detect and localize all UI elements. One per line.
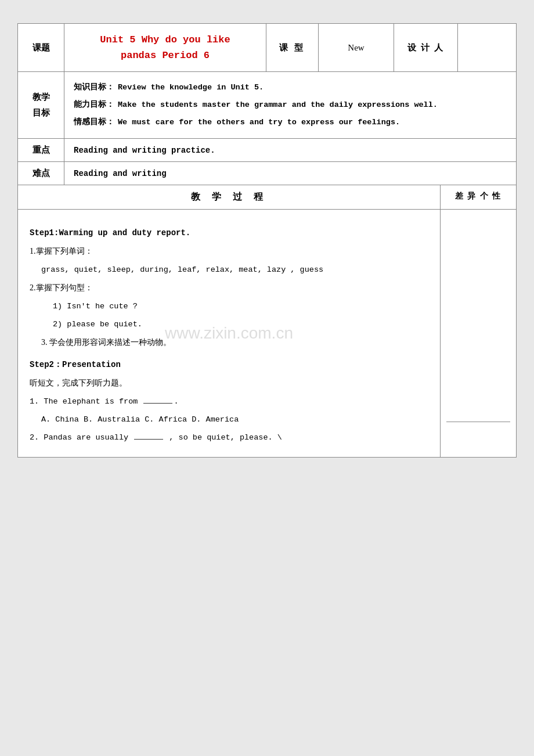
keti-label-cell: 课题: [18, 24, 64, 71]
process-header-side: 差 异 个 性: [441, 185, 516, 209]
q1-text: 1. The elephant is from .: [30, 394, 428, 409]
header-row: 课题 Unit 5 Why do you like pandas Period …: [18, 24, 516, 72]
zhishi-text: Review the knowledge in Unit 5.: [118, 80, 264, 95]
nengli-label: 能力目标：: [74, 96, 114, 113]
nengli-text: Make the students master the grammar and…: [118, 97, 438, 113]
zhongdian-content: Reading and writing practice.: [64, 139, 516, 161]
item2-sub2: 2) please be quiet.: [30, 316, 428, 332]
process-header-main: 教 学 过 程: [18, 185, 441, 209]
q1-blank: [143, 403, 172, 404]
qinggan-text: We must care for the others and try to e…: [118, 114, 400, 130]
objectives-row: 教学目标 知识目标： Review the knowledge in Unit …: [18, 72, 516, 139]
side-divider-line: [446, 422, 510, 422]
item2-sub1: 1) Isn't he cute ?: [30, 298, 428, 314]
title-line1: Unit 5 Why do you like: [100, 34, 230, 45]
item1-words: grass, quiet, sleep, during, leaf, relax…: [30, 262, 428, 278]
title-cell: Unit 5 Why do you like pandas Period 6: [64, 24, 266, 71]
shejiren-label-cell: 设 计 人: [394, 24, 458, 71]
zhongdian-label-text: 重点: [33, 145, 50, 156]
shejiren-value-cell: [458, 24, 516, 71]
content-main: www.zixin.com.cn Step1:Warming up and du…: [18, 210, 441, 457]
q2-suffix: , so be quiet, please. \: [169, 433, 282, 442]
new-cell: New: [319, 24, 394, 71]
qinggan-label: 情感目标：: [74, 114, 114, 130]
zhongdian-label: 重点: [18, 139, 64, 161]
q2-blank: [134, 439, 163, 440]
item2-label: 2.掌握下列句型：: [30, 280, 428, 296]
content-side: [441, 210, 516, 457]
process-header-text: 教 学 过 程: [191, 192, 268, 201]
nengli-line: 能力目标： Make the students master the gramm…: [74, 96, 507, 113]
item1-label: 1.掌握下列单词：: [30, 243, 428, 260]
kelei-label-cell: 课 型: [266, 24, 319, 71]
nandian-label-text: 难点: [33, 168, 50, 179]
nandian-label: 难点: [18, 162, 64, 185]
shejiren-label: 设 计 人: [407, 42, 444, 53]
q1-options: A. China B. Australia C. Africa D. Ameri…: [30, 412, 428, 427]
objectives-label-text: 教学目标: [33, 89, 50, 121]
qinggan-line: 情感目标： We must care for the others and tr…: [74, 114, 507, 130]
document-container: 课题 Unit 5 Why do you like pandas Period …: [17, 23, 517, 458]
lesson-title: Unit 5 Why do you like pandas Period 6: [100, 32, 230, 63]
zhishi-label: 知识目标：: [74, 79, 114, 95]
content-row: www.zixin.com.cn Step1:Warming up and du…: [18, 210, 516, 457]
nandian-content: Reading and writing: [64, 162, 516, 185]
zhongdian-row: 重点 Reading and writing practice.: [18, 139, 516, 162]
q2-text: 2. Pandas are usually , so be quiet, ple…: [30, 430, 428, 445]
kelei-label: 课 型: [279, 42, 306, 53]
title-line2: pandas Period 6: [121, 50, 210, 61]
zhongdian-text: Reading and writing practice.: [74, 146, 215, 155]
step2-title: Step2：Presentation: [30, 357, 428, 373]
objectives-content: 知识目标： Review the knowledge in Unit 5. 能力…: [64, 72, 516, 138]
side-header-text: 差 异 个 性: [455, 192, 502, 200]
nandian-text: Reading and writing: [74, 169, 167, 178]
step2-intro: 听短文，完成下列听力题。: [30, 375, 428, 391]
item3-label: 3. 学会使用形容词来描述一种动物。: [30, 334, 428, 351]
keti-label: 课题: [33, 42, 50, 53]
step1-title: Step1:Warming up and duty report.: [30, 225, 428, 241]
nandian-row: 难点 Reading and writing: [18, 162, 516, 185]
zhishi-line: 知识目标： Review the knowledge in Unit 5.: [74, 79, 507, 95]
new-value: New: [348, 43, 364, 53]
process-header-row: 教 学 过 程 差 异 个 性: [18, 185, 516, 210]
objectives-label: 教学目标: [18, 72, 64, 138]
